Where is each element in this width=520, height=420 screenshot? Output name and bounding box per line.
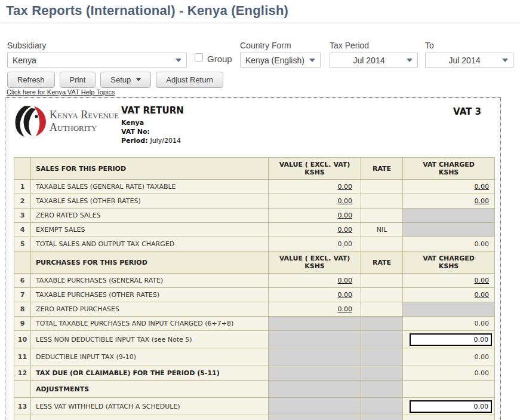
vat-drilldown-link[interactable]: 0.00: [475, 277, 490, 284]
disabled-cell: [269, 331, 361, 348]
vat-no-label: VAT No:: [121, 127, 184, 136]
subsidiary-select-value: Kenya: [8, 56, 176, 65]
vat-drilldown-link[interactable]: 0.00: [475, 291, 490, 299]
table-row: 6 TAXABLE PURCHASES (GENERAL RATE) 0.00 …: [14, 274, 495, 288]
disabled-cell: [361, 366, 403, 381]
disabled-cell: [361, 348, 403, 366]
column-header-value: VALUE ( EXCL. VAT)KSHS: [269, 158, 361, 180]
table-row: 4 EXEMPT SALES 0.00 NIL: [14, 223, 495, 237]
disabled-cell: [361, 331, 403, 348]
vat-withheld-field[interactable]: [410, 400, 492, 413]
section-header-purchases: PURCHASES FOR THIS PERIOD VALUE ( EXCL. …: [14, 252, 495, 274]
column-header-vat: VAT CHARGEDKSHS: [403, 158, 495, 180]
to-select-value: Jul 2014: [426, 56, 502, 65]
period-value: July/2014: [150, 137, 180, 145]
value-drilldown-link[interactable]: 0.00: [338, 226, 353, 234]
chevron-down-icon: [502, 59, 508, 62]
country-form-label: Country Form: [240, 41, 291, 50]
disabled-cell: [269, 415, 361, 420]
disabled-cell: [361, 317, 403, 331]
table-row: 13 LESS VAT WITHHELD (ATTACH A SCHEDULE): [14, 398, 495, 415]
total-vat: 0.00: [403, 366, 495, 381]
toolbar: Refresh Print Setup Adjust Return: [7, 72, 223, 88]
section-header-sales: SALES FOR THIS PERIOD VALUE ( EXCL. VAT)…: [14, 158, 495, 180]
total-vat: 0.00: [403, 348, 495, 366]
table-row: 10 LESS NON DEDUCTIBLE INPUT TAX (see No…: [14, 331, 495, 348]
section-title: PURCHASES FOR THIS PERIOD: [31, 252, 269, 274]
disabled-cell: [269, 317, 361, 331]
tax-period-select[interactable]: Jul 2014: [330, 53, 418, 68]
vat-drilldown-link[interactable]: 0.00: [475, 197, 490, 205]
table-row-partial: [14, 415, 495, 420]
chevron-down-icon: [136, 78, 141, 81]
chevron-down-icon: [407, 59, 413, 62]
disabled-cell: [361, 381, 403, 398]
disabled-cell: [269, 348, 361, 366]
print-button[interactable]: Print: [60, 72, 96, 88]
disabled-cell: [361, 398, 403, 415]
total-value: 0.00: [269, 237, 361, 252]
total-vat: 0.00: [403, 237, 495, 252]
disabled-cell: [269, 398, 361, 415]
column-header-vat: VAT CHARGEDKSHS: [403, 252, 495, 274]
chevron-down-icon: [176, 59, 181, 62]
country-form-select-value: Kenya (English): [241, 56, 309, 65]
title-divider: [0, 23, 520, 23]
country-form-select[interactable]: Kenya (English): [240, 53, 321, 68]
table-row: 8 ZERO RATED PURCHASES 0.00: [14, 302, 495, 317]
adjust-return-button[interactable]: Adjust Return: [156, 72, 223, 88]
table-row: 9 TOTAL TAXABLE PURCHASES AND INPUT CHAR…: [14, 317, 495, 331]
value-drilldown-link[interactable]: 0.00: [338, 305, 353, 313]
table-row: 1 TAXABLE SALES (GENERAL RATE) TAXABLE 0…: [14, 180, 495, 194]
vat-return-table: SALES FOR THIS PERIOD VALUE ( EXCL. VAT)…: [14, 157, 495, 420]
form-period: Period: July/2014: [121, 136, 184, 145]
vat-help-topics-link[interactable]: Click here for Kenya VAT Help Topics: [7, 88, 115, 96]
value-drilldown-link[interactable]: 0.00: [338, 197, 353, 205]
total-vat: 0.00: [403, 317, 495, 331]
to-select[interactable]: Jul 2014: [425, 53, 513, 68]
disabled-cell: [269, 366, 361, 381]
section-header-adjustments: ADJUSTMENTS: [14, 381, 495, 398]
form-code: VAT 3: [453, 106, 481, 117]
table-row: 7 TAXABLE PURCHASES (OTHER RATES) 0.00 0…: [14, 288, 495, 302]
non-deductible-input-tax-field[interactable]: [410, 333, 492, 346]
tax-report-page: { "page": { "title": "Tax Reports (Inter…: [0, 0, 520, 420]
value-drilldown-link[interactable]: 0.00: [338, 183, 353, 191]
value-drilldown-link[interactable]: 0.00: [338, 277, 353, 284]
form-country: Kenya: [121, 118, 184, 127]
vat-drilldown-link[interactable]: 0.00: [475, 183, 490, 191]
disabled-cell: [269, 381, 361, 398]
column-header-rate: RATE: [361, 252, 403, 274]
page-title: Tax Reports (International) - Kenya (Eng…: [6, 3, 288, 19]
setup-button[interactable]: Setup: [100, 72, 151, 88]
group-checkbox-label: Group: [207, 54, 232, 64]
tax-period-select-value: Jul 2014: [330, 56, 407, 65]
table-row: 2 TAXABLE SALES (OTHER RATES) 0.00 0.00: [14, 194, 495, 209]
disabled-cell: [403, 209, 495, 223]
disabled-cell: [403, 302, 495, 317]
refresh-button[interactable]: Refresh: [7, 72, 55, 88]
table-row: 12 TAX DUE (OR CLAIMABLE) FOR THE PERIOD…: [14, 366, 495, 381]
section-title: SALES FOR THIS PERIOD: [31, 158, 269, 180]
tax-period-label: Tax Period: [330, 41, 369, 50]
subsidiary-select[interactable]: Kenya: [7, 53, 187, 68]
setup-button-label: Setup: [110, 75, 131, 84]
table-row: 3 ZERO RATED SALES 0.00: [14, 209, 495, 223]
table-row: 11 DEDUCTIBLE INPUT TAX (9-10) 0.00: [14, 348, 495, 366]
svg-text:Kenya Revenue: Kenya Revenue: [50, 109, 119, 121]
table-row: 5 TOTAL SALES AND OUTPUT TAX CHARGED 0.0…: [14, 237, 495, 252]
column-header-value: VALUE ( EXCL. VAT)KSHS: [269, 252, 361, 274]
lion-logo-icon: Kenya Revenue Authority: [13, 104, 119, 137]
value-drilldown-link[interactable]: 0.00: [338, 211, 353, 219]
refresh-button-label: Refresh: [17, 75, 45, 84]
value-drilldown-link[interactable]: 0.00: [338, 291, 353, 299]
kenya-revenue-authority-logo: Kenya Revenue Authority: [13, 104, 119, 140]
form-heading: VAT RETURN Kenya VAT No: Period: July/20…: [121, 105, 184, 145]
column-header-rate: RATE: [361, 158, 403, 180]
print-button-label: Print: [70, 75, 86, 84]
chevron-down-icon: [309, 59, 315, 62]
svg-text:Authority: Authority: [50, 121, 97, 133]
disabled-cell: [403, 223, 495, 237]
disabled-cell: [361, 415, 403, 420]
group-checkbox[interactable]: [195, 53, 203, 62]
